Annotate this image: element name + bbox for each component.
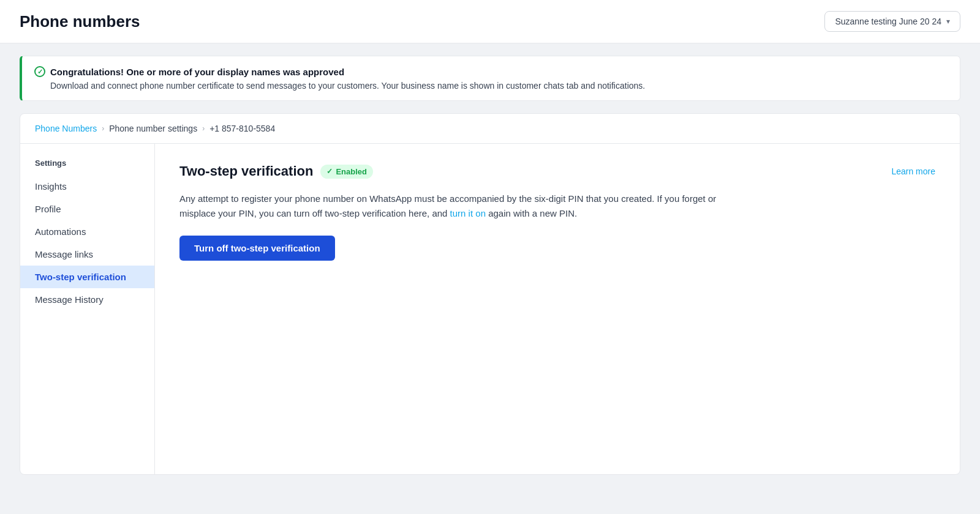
- sidebar-label: Settings: [20, 154, 154, 175]
- settings-layout: Settings Insights Profile Automations Me…: [20, 144, 960, 474]
- enabled-check-icon: ✓: [326, 167, 333, 176]
- turn-it-on-link[interactable]: turn it on: [450, 208, 486, 218]
- account-name: Suzanne testing June 20 24: [835, 17, 941, 26]
- sidebar: Settings Insights Profile Automations Me…: [20, 144, 155, 474]
- breadcrumb-separator-2: ›: [202, 124, 205, 133]
- enabled-badge: ✓ Enabled: [320, 165, 373, 179]
- chevron-down-icon: ▾: [946, 17, 950, 26]
- turn-off-verification-button[interactable]: Turn off two-step verification: [179, 236, 335, 261]
- sidebar-item-profile[interactable]: Profile: [20, 198, 154, 220]
- main-content: Phone Numbers › Phone number settings › …: [20, 113, 960, 475]
- account-selector[interactable]: Suzanne testing June 20 24 ▾: [824, 11, 960, 32]
- sidebar-item-message-links[interactable]: Message links: [20, 243, 154, 266]
- notification-banner: ✓ Congratulations! One or more of your d…: [20, 56, 960, 101]
- check-circle-icon: ✓: [34, 66, 45, 77]
- notification-title-text: Congratulations! One or more of your dis…: [50, 67, 344, 77]
- learn-more-link[interactable]: Learn more: [891, 166, 935, 176]
- breadcrumb: Phone Numbers › Phone number settings › …: [20, 114, 960, 144]
- notification-body: Download and connect phone number certif…: [34, 81, 948, 91]
- section-title: Two-step verification: [179, 163, 313, 179]
- sidebar-item-message-history[interactable]: Message History: [20, 288, 154, 311]
- breadcrumb-phone-number-settings: Phone number settings: [109, 124, 197, 133]
- page-title: Phone numbers: [20, 12, 140, 31]
- enabled-label: Enabled: [336, 167, 367, 176]
- sidebar-item-two-step-verification[interactable]: Two-step verification: [20, 266, 154, 288]
- breadcrumb-phone-numbers[interactable]: Phone Numbers: [35, 124, 97, 133]
- sidebar-item-insights[interactable]: Insights: [20, 175, 154, 198]
- section-header: Two-step verification ✓ Enabled Learn mo…: [179, 163, 935, 179]
- content-panel: Two-step verification ✓ Enabled Learn mo…: [155, 144, 960, 474]
- breadcrumb-phone-number: +1 857-810-5584: [209, 124, 275, 133]
- section-description: Any attempt to register your phone numbe…: [179, 192, 731, 221]
- description-part1: Any attempt to register your phone numbe…: [179, 193, 716, 218]
- notification-title: ✓ Congratulations! One or more of your d…: [34, 66, 948, 77]
- description-part2: again with a new PIN.: [486, 208, 577, 218]
- sidebar-item-automations[interactable]: Automations: [20, 220, 154, 243]
- breadcrumb-separator-1: ›: [102, 124, 104, 133]
- section-title-row: Two-step verification ✓ Enabled: [179, 163, 373, 179]
- top-header: Phone numbers Suzanne testing June 20 24…: [0, 0, 980, 43]
